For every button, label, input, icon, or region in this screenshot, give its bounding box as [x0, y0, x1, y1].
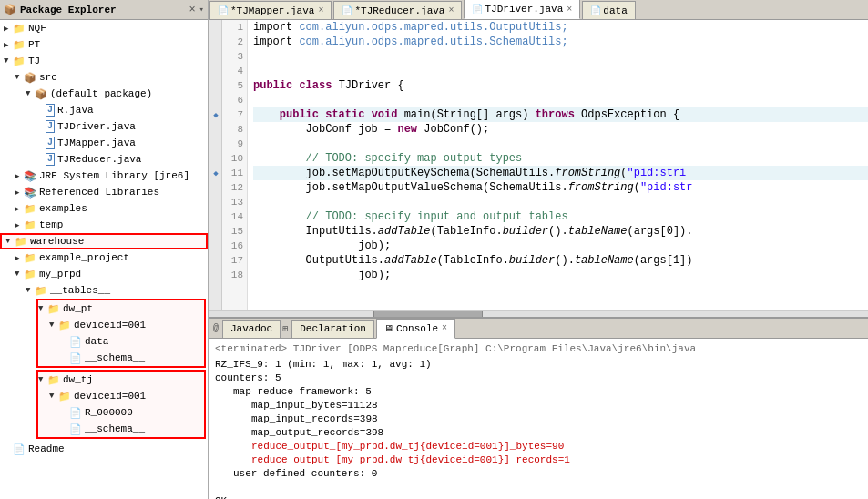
editor-gutter: ◆ ◆: [209, 20, 222, 310]
tree-item-warehouse[interactable]: ▼ 📁 warehouse: [0, 233, 208, 250]
tree-item-dw-pt[interactable]: ▼ 📁 dw_pt: [38, 300, 204, 317]
tree-item-tjreducer[interactable]: J TJReducer.java: [0, 151, 208, 168]
editor-scrollbar[interactable]: [209, 310, 868, 317]
tree-label: dw_tj: [63, 374, 93, 385]
arrow-icon: ▶: [4, 24, 13, 34]
console-line: reduce_output_[my_prpd.dw_tj{deviceid=00…: [215, 453, 863, 467]
library-icon: 📚: [24, 170, 36, 182]
tree-label: __schema__: [85, 423, 145, 434]
tree-label: examples: [39, 203, 87, 214]
bottom-panel: @ Javadoc ⊞ Declaration 🖥 Console ×: [209, 317, 868, 499]
console-content: <terminated> TJDriver [ODPS Mapreduce[Gr…: [209, 339, 868, 499]
console-line: map-reduce framework: 5: [215, 385, 863, 399]
code-line: import com.aliyun.odps.mapred.utils.Sche…: [253, 35, 868, 49]
tree-item-dw-tj[interactable]: ▼ 📁 dw_tj: [38, 372, 204, 388]
console-line: reduce_output_[my_prpd.dw_tj{deviceid=00…: [215, 440, 863, 453]
tree-item-examples[interactable]: ▶ 📁 examples: [0, 200, 208, 217]
bottom-tab-console[interactable]: 🖥 Console ×: [376, 319, 455, 339]
folder-icon: 📁: [15, 236, 27, 248]
tree-item-data[interactable]: 📄 data: [38, 333, 204, 350]
code-line: [253, 137, 868, 151]
code-area[interactable]: import com.aliyun.odps.mapred.utils.Outp…: [248, 20, 868, 310]
tree-label: TJMapper.java: [57, 137, 136, 148]
tab-data[interactable]: 📄 data: [582, 1, 635, 19]
tree-item-tj[interactable]: ▼ 📁 TJ: [0, 53, 208, 69]
tree-item-tjmapper[interactable]: J TJMapper.java: [0, 135, 208, 151]
tree-label: dw_pt: [63, 303, 93, 314]
tree-item-readme[interactable]: 📄 Readme: [0, 441, 208, 457]
bottom-tab-javadoc[interactable]: Javadoc: [222, 320, 281, 338]
code-line: // TODO: specify map output types: [253, 151, 868, 166]
tree-container: ▶ 📁 NQF ▶ 📁 PT ▼ 📁 TJ ▼: [0, 20, 208, 499]
close-icon[interactable]: ×: [318, 5, 323, 15]
tree-item-r000000[interactable]: 📄 R_000000: [38, 404, 204, 421]
bottom-tab-declaration[interactable]: Declaration: [291, 320, 374, 338]
tree-item-referenced-libraries[interactable]: ▶ 📚 Referenced Libraries: [0, 184, 208, 200]
library-icon: 📚: [24, 187, 36, 199]
tree-label: Referenced Libraries: [39, 187, 159, 198]
tree-label: TJReducer.java: [57, 154, 141, 165]
arrow-icon: ▼: [15, 73, 24, 82]
tree-item-pt[interactable]: ▶ 📁 PT: [0, 36, 208, 53]
java-file-icon: 📄: [472, 4, 483, 15]
package-explorer-panel: 📦 Package Explorer × ▾ ▶ 📁 NQF ▶ 📁 PT: [0, 0, 209, 499]
scrollbar-thumb[interactable]: [373, 311, 483, 317]
tree-label: example_project: [39, 252, 129, 263]
tree-label: my_prpd: [39, 269, 81, 280]
file-icon: 📄: [13, 443, 26, 455]
tree-item-temp[interactable]: ▶ 📁 temp: [0, 217, 208, 233]
tree-item-src[interactable]: ▼ 📦 src: [0, 69, 208, 86]
tree-item-tjdriver[interactable]: J TJDriver.java: [0, 118, 208, 135]
tab-tjmapper[interactable]: 📄 *TJMapper.java ×: [209, 1, 332, 19]
tree-label: warehouse: [30, 236, 84, 247]
tree-item-r-java[interactable]: J R.java: [0, 102, 208, 118]
tree-item-nqf[interactable]: ▶ 📁 NQF: [0, 20, 208, 36]
java-file-icon: 📄: [342, 5, 352, 16]
tree-item-tables[interactable]: ▼ 📁 __tables__: [0, 282, 208, 299]
close-icon[interactable]: ×: [567, 5, 572, 15]
tree-label: data: [85, 336, 108, 347]
package-explorer-close[interactable]: ×: [189, 4, 195, 16]
src-icon: 📦: [24, 72, 36, 84]
code-line: public static void main(String[] args) t…: [253, 107, 868, 122]
folder-icon: 📁: [24, 252, 36, 264]
tree-label: R_000000: [85, 407, 133, 418]
right-panel: 📄 *TJMapper.java × 📄 *TJReducer.java × 📄…: [209, 0, 868, 499]
tree-item-example-project[interactable]: ▶ 📁 example_project: [0, 250, 208, 266]
package-explorer-title: Package Explorer: [20, 5, 189, 15]
tab-tjdriver[interactable]: 📄 TJDriver.java ×: [464, 0, 580, 19]
code-line: OutputUtils.addTable(TableInfo.builder()…: [253, 253, 868, 268]
arrow-icon: ▼: [26, 89, 35, 98]
tree-label: Readme: [28, 443, 65, 454]
bookmark-icon: ◆: [209, 166, 222, 180]
tree-item-default-package[interactable]: ▼ 📦 (default package): [0, 86, 208, 102]
tree-item-deviceid-tj[interactable]: ▼ 📁 deviceid=001: [38, 388, 204, 404]
java-icon: J: [46, 120, 55, 133]
console-icon: 🖥: [384, 323, 393, 334]
close-icon[interactable]: ×: [442, 323, 447, 333]
arrow-icon: ▼: [38, 375, 47, 384]
package-explorer-minimize[interactable]: ▾: [199, 5, 204, 15]
arrow-icon: ▶: [15, 253, 24, 263]
tree-label: src: [39, 72, 57, 83]
java-icon: J: [46, 104, 55, 117]
folder-icon: 📁: [13, 56, 26, 67]
tree-item-my-prpd[interactable]: ▼ 📁 my_prpd: [0, 266, 208, 282]
console-line: [215, 481, 863, 494]
tree-item-schema-pt[interactable]: 📄 __schema__: [38, 350, 204, 366]
tab-label: Declaration: [300, 323, 366, 334]
package-explorer-header: 📦 Package Explorer × ▾: [0, 0, 208, 20]
arrow-icon: ▶: [15, 204, 24, 214]
tab-tjreducer[interactable]: 📄 *TJReducer.java ×: [333, 1, 462, 19]
tree-item-schema-tj[interactable]: 📄 __schema__: [38, 421, 204, 437]
java-file-icon: 📄: [218, 5, 229, 16]
tree-item-deviceid-pt[interactable]: ▼ 📁 deviceid=001: [38, 317, 204, 333]
tree-item-jre[interactable]: ▶ 📚 JRE System Library [jre6]: [0, 168, 208, 184]
data-file-icon: 📄: [590, 5, 601, 16]
tree-label: TJ: [28, 56, 40, 66]
close-icon[interactable]: ×: [448, 5, 454, 15]
code-line: job);: [253, 268, 868, 282]
line-numbers: 1 2 3 4 5 6 7 8 9 10 11 12 13 14: [222, 20, 248, 310]
folder-icon: 📁: [58, 391, 71, 402]
tab-label: Console: [396, 323, 438, 334]
